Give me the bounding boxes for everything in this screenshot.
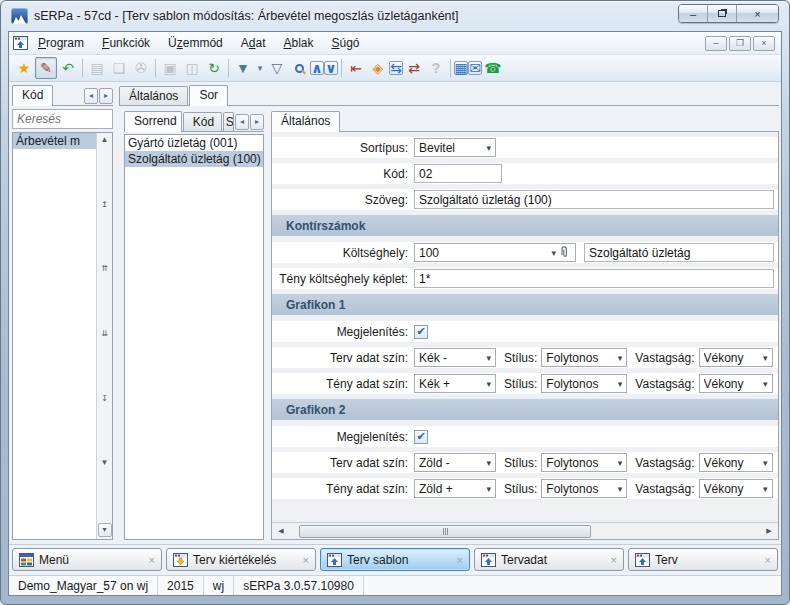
paperclip-icon[interactable] xyxy=(560,246,569,259)
sortipus-select[interactable]: Bevitel▾ xyxy=(414,138,496,157)
close-icon[interactable]: × xyxy=(457,554,463,566)
menu-funkciok[interactable]: Funkciók xyxy=(94,34,158,52)
close-button[interactable]: × xyxy=(737,5,778,22)
scroll-right-icon[interactable]: ▶ xyxy=(761,525,777,538)
print-preview-icon[interactable]: ❏ xyxy=(108,57,130,79)
new-icon[interactable]: ★ xyxy=(13,57,35,79)
grafikon2-megjelenites-checkbox[interactable]: ✔ xyxy=(414,430,428,444)
kod-label: Kód: xyxy=(272,167,414,181)
filter-icon[interactable]: ▼ xyxy=(232,57,254,79)
grafikon1-megjelenites-row: Megjelenítés: ✔ xyxy=(272,321,778,342)
save-refresh-icon[interactable]: ↻ xyxy=(203,57,225,79)
nav-down-icon[interactable]: ▼ xyxy=(101,458,109,468)
tab-scroll-right-icon[interactable]: ▸ xyxy=(99,88,113,104)
save-icon[interactable]: ▣ xyxy=(159,57,181,79)
teny-koltseghely-field[interactable] xyxy=(414,269,774,288)
nav-page-down-icon[interactable]: ⇊ xyxy=(101,329,108,339)
title-bar[interactable]: sERPa - 57cd - [Terv sablon módosítás: Á… xyxy=(1,1,789,31)
task-tab-terv-sablon[interactable]: Terv sablon × xyxy=(320,548,470,571)
tab-altalanos-main[interactable]: Általános xyxy=(119,86,188,106)
up-icon[interactable]: ∧ xyxy=(310,61,324,75)
calculator-icon[interactable]: ▦ xyxy=(454,61,468,75)
search-input[interactable] xyxy=(12,109,113,129)
grafikon2-teny-stilus-select[interactable]: Folytonos▾ xyxy=(541,479,627,498)
tab-kod-left[interactable]: Kód xyxy=(12,85,53,106)
grafikon1-megjelenites-checkbox[interactable]: ✔ xyxy=(414,325,428,339)
menu-sugo[interactable]: Súgó xyxy=(324,34,368,52)
horizontal-scrollbar[interactable]: ◀ ▶ xyxy=(272,522,778,539)
task-tab-tervadat[interactable]: Tervadat × xyxy=(474,548,624,571)
swap-left-icon[interactable]: ⇆ xyxy=(389,61,403,75)
grafikon1-teny-stilus-select[interactable]: Folytonos▾ xyxy=(541,374,627,393)
edit-icon[interactable]: ✎ xyxy=(35,57,57,79)
filter-clear-icon[interactable]: ▽ xyxy=(266,57,288,79)
tab-scroll-left-icon[interactable]: ◂ xyxy=(235,114,249,130)
template-tabs: Kód ◂ ▸ xyxy=(12,85,113,106)
menu-program[interactable]: Program xyxy=(30,34,92,52)
tab-partial[interactable]: S xyxy=(223,112,234,132)
close-icon[interactable]: × xyxy=(149,554,155,566)
section-grafikon1: Grafikon 1 xyxy=(272,294,778,315)
close-icon[interactable]: × xyxy=(765,554,771,566)
grafikon1-terv-stilus-select[interactable]: Folytonos▾ xyxy=(541,348,627,367)
task-tab-terv-kiertekeles[interactable]: Terv kiértékelés × xyxy=(166,548,316,571)
revert-icon[interactable]: ↶ xyxy=(57,57,79,79)
help-doc-icon[interactable]: ? xyxy=(425,57,447,79)
grafikon1-teny-szin-select[interactable]: Kék +▾ xyxy=(414,374,496,393)
list-item[interactable]: Árbevétel m xyxy=(13,133,96,149)
grafikon2-teny-vastagsag-select[interactable]: Vékony▾ xyxy=(699,479,773,498)
mdi-document-icon[interactable] xyxy=(13,36,28,50)
grafikon2-terv-szin-select[interactable]: Zöld -▾ xyxy=(414,453,496,472)
grafikon2-terv-stilus-select[interactable]: Folytonos▾ xyxy=(541,453,627,472)
grafikon2-teny-szin-select[interactable]: Zöld +▾ xyxy=(414,479,496,498)
koltseghely-name-field[interactable] xyxy=(584,243,774,262)
window-up-arrow-icon xyxy=(481,553,496,567)
tab-sorrend[interactable]: Sorrend xyxy=(124,111,182,132)
swap-right-icon[interactable]: ⇄ xyxy=(403,57,425,79)
attachment-icon[interactable]: ✇ xyxy=(130,57,152,79)
phone-icon[interactable]: ☎ xyxy=(482,57,504,79)
scroll-left-icon[interactable]: ◀ xyxy=(273,525,289,538)
tab-altalanos-detail[interactable]: Általános xyxy=(271,111,340,132)
mdi-minimize-button[interactable]: – xyxy=(705,36,727,51)
koltseghely-select[interactable]: 100 ▾ xyxy=(414,243,576,262)
mail-icon[interactable]: ✉ xyxy=(468,61,482,75)
menu-adat[interactable]: Adat xyxy=(233,34,274,52)
down-icon[interactable]: ∨ xyxy=(324,61,338,75)
minimize-button[interactable]: – xyxy=(679,5,708,22)
szoveg-field[interactable] xyxy=(414,190,774,209)
mdi-close-button[interactable]: × xyxy=(753,36,775,51)
list-item[interactable]: Szolgáltató üzletág (100) xyxy=(125,151,263,167)
menu-ablak[interactable]: Ablak xyxy=(275,34,321,52)
grafikon1-terv-szin-select[interactable]: Kék -▾ xyxy=(414,348,496,367)
filter-dropdown-icon[interactable]: ▾ xyxy=(254,57,266,79)
scrollbar-thumb[interactable] xyxy=(299,525,590,538)
import-icon[interactable]: ⇤ xyxy=(345,57,367,79)
menu-uzemmod[interactable]: Üzemmód xyxy=(160,34,231,52)
tab-scroll-right-icon[interactable]: ▸ xyxy=(250,114,264,130)
grafikon2-terv-vastagsag-select[interactable]: Vékony▾ xyxy=(699,453,773,472)
list-item[interactable]: Gyártó üzletág (001) xyxy=(125,135,263,151)
nav-up-icon[interactable]: ▲ xyxy=(101,135,109,145)
grafikon1-terv-vastagsag-select[interactable]: Vékony▾ xyxy=(699,348,773,367)
nav-first-icon[interactable]: ↥ xyxy=(101,200,108,210)
print-icon[interactable]: ▤ xyxy=(86,57,108,79)
megjelenites-label: Megjelenítés: xyxy=(272,325,414,339)
nav-page-up-icon[interactable]: ⇈ xyxy=(101,264,108,274)
restore-button[interactable] xyxy=(708,5,737,22)
mdi-restore-button[interactable]: ❐ xyxy=(729,36,751,51)
task-tab-menu[interactable]: Menü × xyxy=(12,548,162,571)
grafikon1-teny-vastagsag-select[interactable]: Vékony▾ xyxy=(699,374,773,393)
search-icon[interactable] xyxy=(288,57,310,79)
kod-field[interactable] xyxy=(414,164,502,183)
save-close-icon[interactable]: ◫ xyxy=(181,57,203,79)
data-box-icon[interactable]: ◈ xyxy=(367,57,389,79)
nav-last-icon[interactable]: ↧ xyxy=(101,394,108,404)
tab-scroll-left-icon[interactable]: ◂ xyxy=(84,88,98,104)
nav-menu-icon[interactable]: ▾ xyxy=(98,523,112,537)
tab-sor[interactable]: Sor xyxy=(189,85,228,106)
close-icon[interactable]: × xyxy=(303,554,309,566)
close-icon[interactable]: × xyxy=(611,554,617,566)
task-tab-terv[interactable]: Terv × xyxy=(628,548,778,571)
tab-kod-rows[interactable]: Kód xyxy=(183,112,222,132)
